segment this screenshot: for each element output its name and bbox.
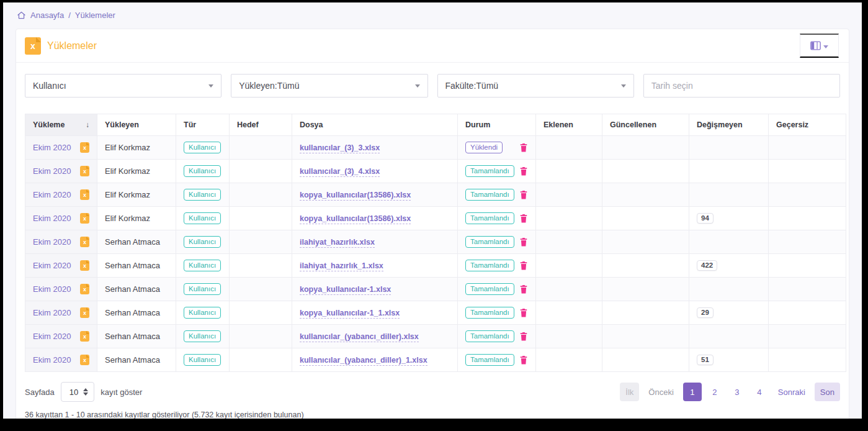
type-badge: Kullanıcı: [184, 354, 221, 366]
upload-period-link[interactable]: Ekim 2020: [33, 332, 71, 341]
upload-period-link[interactable]: Ekim 2020: [33, 190, 71, 199]
column-header-status[interactable]: Durum: [458, 114, 536, 136]
page-size-suffix: kayıt göster: [101, 388, 142, 397]
excel-file-icon: x: [25, 37, 41, 55]
home-icon[interactable]: [17, 11, 26, 20]
delete-button[interactable]: [519, 261, 528, 271]
file-link[interactable]: ilahiyat_hazırlık.xlsx: [300, 238, 375, 248]
uploads-table-wrap: Yükleme ↓ Yükleyen Tür Hedef Dosya Durum…: [16, 100, 849, 372]
column-header-invalid[interactable]: Geçersiz: [769, 114, 846, 136]
sort-desc-icon: ↓: [86, 120, 89, 129]
pagination-next-button[interactable]: Sonraki: [772, 383, 811, 401]
delete-button[interactable]: [519, 214, 528, 224]
uploader-cell: Serhan Atmaca: [97, 254, 176, 278]
trash-icon: [519, 261, 528, 271]
added-cell: [536, 301, 602, 325]
added-cell: [536, 183, 602, 207]
upload-period-link[interactable]: Ekim 2020: [33, 261, 71, 270]
pagination-pages: 1234: [683, 383, 769, 401]
file-link[interactable]: kullanıcılar_(3)_4.xlsx: [300, 167, 380, 177]
table-body: Ekim 2020 x Elif Korkmaz Kullanıcı kulla…: [25, 136, 846, 372]
column-header-unchanged[interactable]: Değişmeyen: [689, 114, 769, 136]
uploader-filter-value: Yükleyen:Tümü: [239, 81, 299, 91]
delete-button[interactable]: [519, 284, 528, 294]
file-link[interactable]: kopya_kullanıcılar(13586).xlsx: [300, 191, 411, 201]
table-row: Ekim 2020 x Serhan Atmaca Kullanıcı ilah…: [25, 230, 846, 254]
invalid-cell: [769, 325, 846, 348]
breadcrumb-home-link[interactable]: Anasayfa: [30, 11, 64, 20]
pagination-page-button[interactable]: 3: [728, 383, 746, 401]
added-cell: [536, 325, 602, 348]
table-row: Ekim 2020 x Elif Korkmaz Kullanıcı kulla…: [25, 160, 846, 183]
file-link[interactable]: kullanıcılar_(yabancı_diller).xlsx: [300, 332, 419, 342]
file-link[interactable]: kullanıcılar_(yabancı_diller)_1.xlsx: [300, 356, 427, 366]
upload-period-link[interactable]: Ekim 2020: [33, 355, 71, 365]
trash-icon: [519, 166, 528, 176]
excel-file-icon: x: [80, 189, 89, 200]
column-visibility-button[interactable]: [800, 34, 839, 58]
column-header-added[interactable]: Eklenen: [536, 114, 602, 136]
target-cell: [230, 348, 292, 372]
pagination-last-button[interactable]: Son: [815, 383, 840, 401]
page-size-value: 10: [69, 388, 78, 397]
table-row: Ekim 2020 x Serhan Atmaca Kullanıcı ilah…: [25, 254, 846, 278]
column-header-target[interactable]: Hedef: [230, 114, 292, 136]
invalid-cell: [769, 207, 846, 230]
delete-button[interactable]: [519, 355, 528, 365]
uploader-filter-select[interactable]: Yükleyen:Tümü: [231, 74, 427, 98]
status-badge: Tamamlandı: [465, 212, 514, 224]
invalid-cell: [769, 230, 846, 254]
date-picker-input[interactable]: [651, 81, 832, 91]
faculty-filter-select[interactable]: Fakülte:Tümü: [437, 74, 634, 98]
target-cell: [230, 207, 292, 230]
column-header-updated[interactable]: Güncellenen: [602, 114, 689, 136]
column-header-file[interactable]: Dosya: [292, 114, 458, 136]
upload-period-link[interactable]: Ekim 2020: [33, 214, 71, 223]
delete-button[interactable]: [519, 166, 528, 176]
column-header-uploader[interactable]: Yükleyen: [97, 114, 176, 136]
file-link[interactable]: kopya_kullanıcılar-1_1.xlsx: [300, 309, 400, 319]
card-header: x Yüklemeler: [16, 29, 849, 63]
pagination-page-button[interactable]: 2: [705, 383, 724, 401]
pagination-previous-button[interactable]: Önceki: [643, 383, 679, 401]
upload-period-link[interactable]: Ekim 2020: [33, 284, 71, 294]
trash-icon: [519, 214, 528, 224]
file-link[interactable]: kopya_kullanıcılar-1.xlsx: [300, 285, 391, 295]
pagination-page-button[interactable]: 1: [683, 383, 702, 401]
column-header-type[interactable]: Tür: [176, 114, 230, 136]
user-filter-select[interactable]: Kullanıcı: [25, 74, 221, 98]
table-header-row: Yükleme ↓ Yükleyen Tür Hedef Dosya Durum…: [25, 114, 846, 136]
excel-file-icon: x: [80, 355, 89, 365]
file-link[interactable]: kullanıcılar_(3)_3.xlsx: [300, 143, 380, 153]
added-cell: [536, 254, 602, 278]
type-badge: Kullanıcı: [184, 189, 221, 201]
delete-button[interactable]: [519, 308, 528, 318]
uploader-cell: Elif Korkmaz: [97, 160, 176, 183]
breadcrumb-current: Yüklemeler: [75, 11, 115, 20]
delete-button[interactable]: [519, 190, 528, 200]
column-header-upload[interactable]: Yükleme ↓: [25, 114, 97, 136]
upload-period-link[interactable]: Ekim 2020: [33, 308, 71, 317]
target-cell: [230, 278, 292, 301]
delete-button[interactable]: [519, 237, 528, 247]
unchanged-count-badge: 29: [697, 307, 714, 318]
delete-button[interactable]: [519, 332, 528, 342]
status-badge: Tamamlandı: [465, 236, 514, 248]
page-size-select[interactable]: 10: [61, 382, 94, 402]
date-picker-field: [643, 74, 840, 98]
type-badge: Kullanıcı: [184, 236, 221, 248]
added-cell: [536, 160, 602, 183]
pagination-first-button[interactable]: İlk: [620, 383, 639, 401]
delete-button[interactable]: [519, 143, 528, 153]
upload-period-link[interactable]: Ekim 2020: [33, 166, 71, 176]
uploader-cell: Elif Korkmaz: [97, 183, 176, 207]
excel-file-icon: x: [80, 237, 89, 247]
added-cell: [536, 348, 602, 372]
upload-period-link[interactable]: Ekim 2020: [33, 143, 71, 152]
file-link[interactable]: kopya_kullanıcılar(13586).xlsx: [300, 214, 411, 224]
type-badge: Kullanıcı: [184, 142, 221, 153]
file-link[interactable]: ilahiyat_hazırlık_1.xlsx: [300, 261, 383, 271]
upload-period-link[interactable]: Ekim 2020: [33, 237, 71, 247]
pagination-page-button[interactable]: 4: [750, 383, 769, 401]
target-cell: [230, 160, 292, 183]
